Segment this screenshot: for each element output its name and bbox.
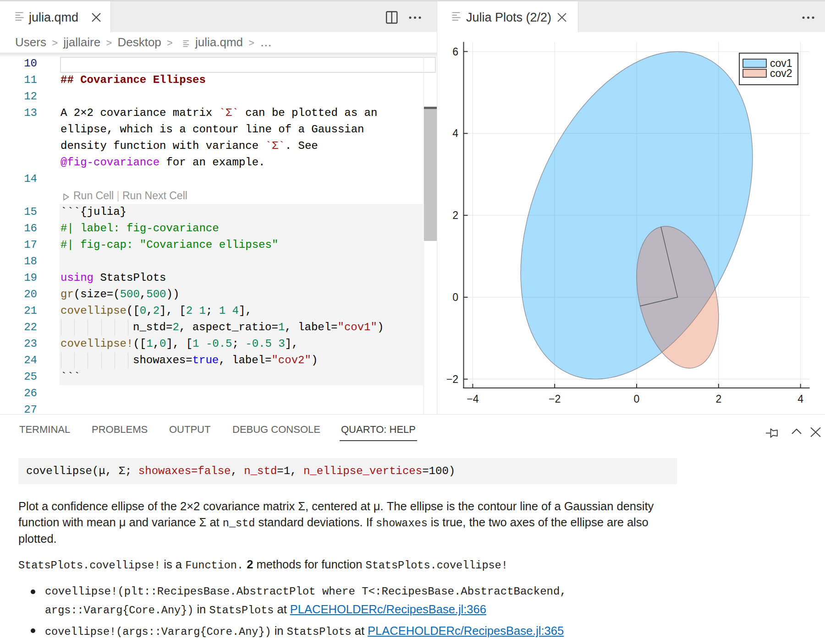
svg-text:0: 0 xyxy=(452,291,458,303)
svg-text:cov2: cov2 xyxy=(770,67,792,79)
svg-text:2: 2 xyxy=(452,209,458,221)
svg-text:−2: −2 xyxy=(446,373,458,385)
svg-text:6: 6 xyxy=(452,46,458,58)
svg-text:4: 4 xyxy=(452,127,458,139)
svg-text:4: 4 xyxy=(798,393,803,405)
svg-text:2: 2 xyxy=(715,393,721,405)
svg-text:−2: −2 xyxy=(549,393,561,405)
svg-text:−4: −4 xyxy=(467,393,478,405)
svg-text:0: 0 xyxy=(634,393,640,405)
